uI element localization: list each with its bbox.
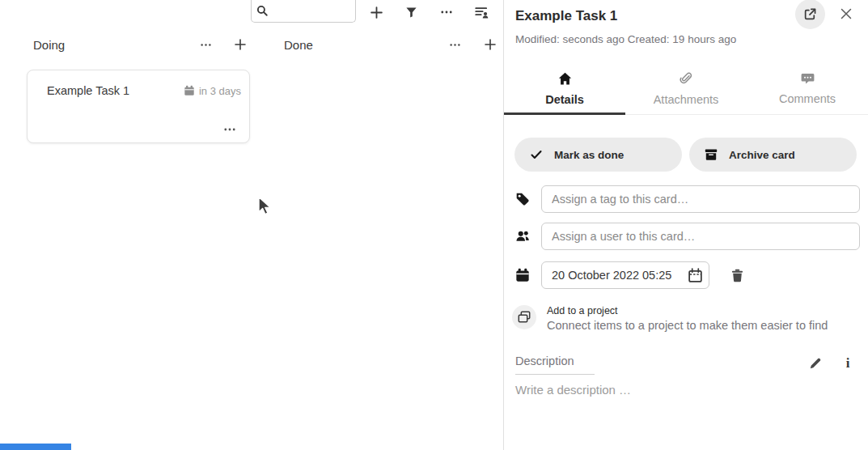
ellipsis-icon [200,39,212,51]
tab-attachments[interactable]: Attachments [625,65,747,114]
home-icon [558,72,572,86]
calendar-icon [515,268,530,282]
pencil-icon [809,357,822,370]
card-actions: Mark as done Archive card [514,138,857,172]
edit-description-button[interactable] [807,354,824,372]
remove-due-date-button[interactable] [727,265,747,285]
card-due-badge: in 3 days [184,85,241,97]
archive-card-label: Archive card [729,149,795,161]
tab-comments[interactable]: Comments [747,65,868,114]
tag-assign-row [515,185,860,213]
card-menu-button[interactable] [223,123,236,136]
column-title-done: Done [284,38,313,52]
task-card[interactable]: Example Task 1 in 3 days [27,70,250,143]
funnel-icon [405,6,417,19]
search-box[interactable] [251,0,356,23]
add-to-project-row[interactable]: Add to a project Connect items to a proj… [512,304,828,332]
description-header: Description i [515,354,857,375]
board-menu-button[interactable] [436,2,457,23]
sort-assigned-view-button[interactable] [471,2,492,23]
open-external-icon [803,7,817,21]
user-input[interactable] [541,223,860,250]
description-placeholder[interactable]: Write a description … [515,383,631,397]
plus-icon [234,38,247,51]
ellipsis-icon [440,6,453,19]
tab-comments-label: Comments [779,92,836,105]
filter-button[interactable] [400,2,421,23]
paperclip-icon [680,72,692,86]
search-input[interactable] [272,5,350,17]
ellipsis-icon [449,39,461,51]
tab-details-label: Details [545,93,584,106]
list-user-icon [475,6,489,19]
search-icon [256,5,269,17]
due-date-row: 20 October 2022 05:25 [515,261,747,289]
date-picker-button[interactable] [685,265,705,285]
kanban-app: Doing Done Example Task 1 [0,0,868,450]
archive-icon [705,148,718,161]
comment-icon [801,72,815,85]
doing-column-menu-button[interactable] [196,36,215,53]
ellipsis-icon [223,123,236,136]
mark-as-done-button[interactable]: Mark as done [514,138,682,172]
tab-details[interactable]: Details [504,65,625,114]
project-icon-circle [512,305,536,329]
description-info-button[interactable]: i [839,354,857,372]
close-icon [840,7,853,20]
trash-icon [730,269,744,282]
archive-card-button[interactable]: Archive card [689,138,857,172]
open-in-window-button[interactable] [795,0,825,29]
column-title-doing: Doing [33,38,65,52]
project-text: Add to a project Connect items to a proj… [547,304,828,332]
task-detail-panel: Example Task 1 Modified: seconds ago Cre… [504,0,868,450]
panel-title: Example Task 1 [515,8,617,24]
plus-icon [484,38,497,51]
doing-add-card-button[interactable] [231,36,250,53]
due-date-value: 20 October 2022 05:25 [552,269,685,282]
info-icon: i [846,355,850,371]
plus-icon [370,6,383,19]
users-icon [515,229,530,244]
detail-tabs: Details Attachments Comments [504,65,868,115]
user-assign-row [515,223,860,250]
due-date-field[interactable]: 20 October 2022 05:25 [541,261,709,289]
bottom-accent-bar [0,444,71,450]
tab-attachments-label: Attachments [654,93,719,106]
calendar-icon [184,85,195,96]
close-panel-button[interactable] [839,6,853,21]
tag-input[interactable] [541,185,860,213]
description-label: Description [515,354,595,375]
add-to-project-title: Add to a project [547,305,828,316]
done-add-card-button[interactable] [481,36,500,53]
stacked-windows-icon [518,311,531,324]
tag-icon [515,192,530,206]
mouse-cursor [257,196,275,222]
mark-as-done-label: Mark as done [554,149,624,161]
check-icon [530,148,543,161]
done-column-menu-button[interactable] [445,36,464,53]
panel-meta: Modified: seconds ago Created: 19 hours … [515,33,736,45]
card-due-text: in 3 days [199,85,241,97]
calendar-outline-icon [688,268,703,283]
add-card-toolbar-button[interactable] [366,2,387,23]
add-to-project-subtitle: Connect items to a project to make them … [547,319,828,332]
card-title: Example Task 1 [47,84,184,97]
